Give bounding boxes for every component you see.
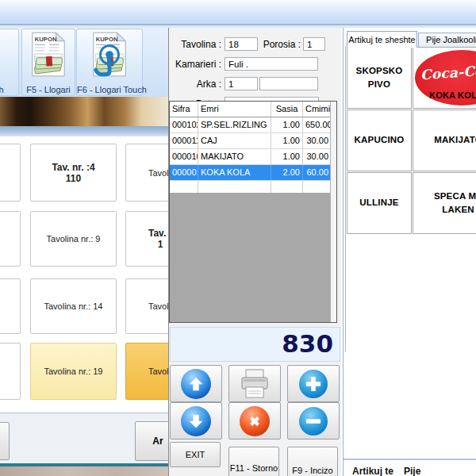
svg-text:KUPON: KUPON [35, 36, 57, 43]
table-button-label: Tavolina nr.: 19 [44, 367, 103, 376]
print-button[interactable] [228, 365, 281, 402]
table-button-label: Tavoli [148, 279, 171, 333]
table-row-empty [170, 181, 336, 193]
cancel-icon [240, 406, 270, 436]
product-label: KOKA KOLA [415, 89, 476, 102]
table-button-partial[interactable] [0, 278, 21, 334]
panel-inner-border [345, 46, 346, 351]
ribbon-toolbar: Touch KUPON [0, 28, 174, 98]
svg-text:KUPON: KUPON [96, 36, 118, 43]
tavolina-label: Tavolina : [169, 39, 221, 50]
total-display: 830 [170, 327, 340, 362]
order-items-table: Sifra Emri Sasia Cmimi 000102SP.SEL.RIZL… [169, 101, 337, 323]
f11-label: F11 - Storno [229, 463, 278, 473]
ribbon-button-f6-llogari-touch[interactable]: KUPON F6 - [76, 29, 143, 96]
product-label: SPECA ME LAKEN [431, 190, 476, 217]
product-speca-me-laken[interactable]: SPECA ME LAKEN [413, 172, 476, 234]
arka-field-2[interactable] [259, 77, 318, 90]
coca-cola-logo-text: Coca-Cola [420, 60, 476, 86]
table-button-19-occupied[interactable]: Tavolina nr.: 19 [30, 343, 117, 400]
desktop-strip [0, 466, 168, 476]
table-row[interactable]: 000010MAKIJATO 1.0030.00 [170, 149, 336, 165]
table-button-4[interactable]: Tav. nr. :4 110 [30, 144, 117, 202]
window-title-strip [0, 0, 476, 24]
table-row[interactable]: 000102SP.SEL.RIZLING 1.00650.00 [170, 117, 336, 133]
coca-cola-logo: Coca-Cola KOKA KOLA [415, 50, 476, 106]
order-panel: Tavolina : 18 Porosia : 1 Kamarieri : Fu… [168, 28, 341, 476]
bottom-partial-label-pije: Pije [404, 466, 428, 476]
f9-incizo-button[interactable]: F9 - Incizo [287, 447, 338, 476]
table-button-partial[interactable] [0, 343, 21, 400]
table-row[interactable]: 000011CAJ 1.0030.00 [170, 133, 336, 149]
f9-label: F9 - Incizo [288, 466, 337, 475]
ribbon-button-label: F6 - Llogari Touch [77, 85, 142, 94]
f11-storno-button[interactable]: F11 - Storno [228, 447, 279, 476]
down-arrow-icon [181, 406, 211, 436]
product-kapucino[interactable]: KAPUCINO [347, 109, 412, 171]
table-row-selected[interactable]: 000001KOKA KOLA 2.0060.00 [170, 165, 336, 181]
table-button-14[interactable]: Tavolina nr.: 14 [30, 278, 117, 334]
delete-item-button[interactable] [228, 402, 281, 440]
move-up-button[interactable] [170, 365, 222, 402]
plus-icon [299, 370, 328, 398]
bottom-button-partial[interactable] [0, 422, 10, 460]
bottom-button-label: Ar [152, 436, 163, 447]
exit-button[interactable]: EXIT [170, 442, 221, 467]
wood-banner-image [0, 97, 168, 126]
printer-icon [239, 369, 271, 399]
exit-label: EXIT [171, 450, 220, 459]
table-button-label: Tavolina nr.: 14 [44, 301, 103, 311]
column-header-sifra[interactable]: Sifra [170, 102, 198, 117]
table-button-partial[interactable] [0, 211, 21, 267]
table-scrollbar[interactable] [330, 102, 336, 322]
kupon-invoice-icon: KUPON [77, 32, 142, 78]
ribbon-button-touch-partial[interactable]: Touch [0, 29, 19, 96]
kamarieri-field[interactable]: Fuli . [225, 57, 318, 71]
ribbon-button-f5-llogari[interactable]: KUPON F5 - Llogari [21, 29, 75, 96]
porosia-label: Porosia : [263, 39, 301, 50]
column-header-emri[interactable]: Emri [198, 102, 271, 117]
products-panel: Artikuj te sheshte Pije Joalkoolike SKOP… [343, 28, 476, 476]
product-koka-kola[interactable]: Coca-Cola KOKA KOLA [413, 47, 476, 109]
table-button-9[interactable]: Tavolina nr.: 9 [30, 211, 117, 267]
subtract-item-button[interactable] [287, 402, 340, 440]
bottom-partial-label-artikuj: Artikuj te [352, 466, 401, 476]
table-button-sublabel: 110 [66, 173, 81, 184]
product-label: ULLINJE [359, 196, 398, 209]
order-table-header: Sifra Emri Sasia Cmimi [170, 102, 336, 117]
bottom-divider [344, 459, 476, 460]
table-button-label: Tav.1 [148, 212, 166, 266]
ribbon-button-label: F5 - Llogari [22, 85, 75, 94]
minus-icon [299, 407, 328, 436]
table-button-partial[interactable] [0, 144, 21, 202]
arka-field[interactable]: 1 [225, 77, 258, 90]
table-button-label: Tavolina nr.: 9 [47, 234, 101, 244]
product-makijato[interactable]: MAKIJATO [413, 109, 476, 171]
product-skopsko-pivo[interactable]: SKOPSKO PIVO [347, 47, 412, 109]
table-button-label: Tav. nr. :4 [52, 162, 94, 173]
product-ullinje[interactable]: ULLINJE [347, 172, 412, 234]
move-down-button[interactable] [170, 402, 222, 440]
kamarieri-label: Kamarieri : [169, 59, 221, 70]
product-label: KAPUCINO [355, 133, 405, 147]
total-amount: 830 [282, 329, 333, 358]
table-button-label: Tavoli [148, 344, 171, 399]
tavolina-field[interactable]: 18 [225, 37, 258, 51]
porosia-field[interactable]: 1 [303, 37, 325, 51]
tab-pije-joalkoolike[interactable]: Pije Joalkoolike [418, 33, 476, 48]
column-header-cmimi[interactable]: Cmimi [303, 102, 332, 117]
blue-banner-bar [0, 126, 168, 136]
pos-window: Touch KUPON [0, 0, 476, 476]
product-label: MAKIJATO [434, 133, 476, 147]
arka-label: Arka : [169, 79, 221, 90]
column-header-sasia[interactable]: Sasia [271, 102, 303, 117]
product-label: SKOPSKO PIVO [349, 64, 409, 92]
kupon-invoice-icon: KUPON [22, 32, 75, 78]
ribbon-button-label: Touch [0, 85, 18, 94]
up-arrow-icon [181, 369, 211, 399]
tab-artikuj-te-sheshte[interactable]: Artikuj te sheshte [347, 31, 417, 48]
add-item-button[interactable] [287, 365, 340, 402]
table-button-label: Tavol [148, 144, 169, 201]
